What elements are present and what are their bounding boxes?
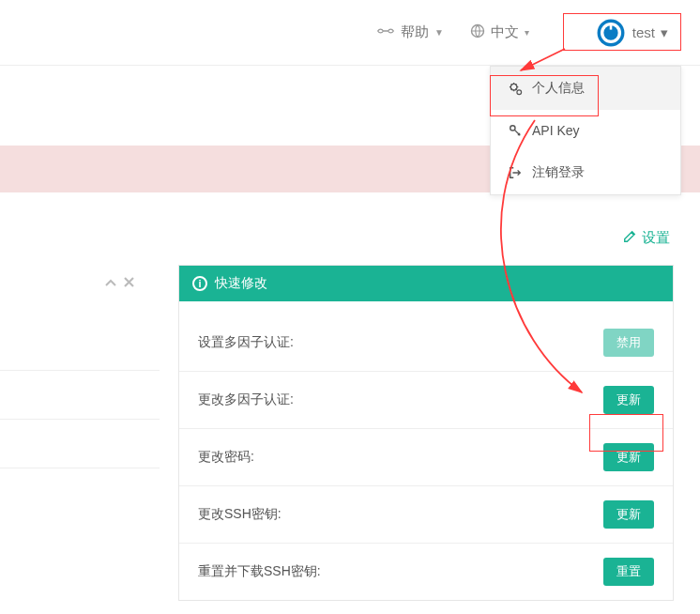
row-label: 更改多因子认证: — [198, 391, 294, 408]
update-password-button[interactable]: 更新 — [603, 443, 654, 471]
settings-link[interactable]: 设置 — [623, 229, 670, 247]
gears-icon — [508, 82, 523, 96]
language-label: 中文 — [491, 23, 519, 41]
row-label: 重置并下载SSH密钥: — [198, 563, 321, 580]
dropdown-item-profile[interactable]: 个人信息 — [491, 67, 680, 110]
panel-title: 快速修改 — [215, 275, 267, 292]
row-mfa-set: 设置多因子认证: 禁用 — [179, 315, 673, 372]
handshake-icon — [376, 24, 395, 40]
settings-label-text: 设置 — [642, 229, 670, 247]
update-button[interactable]: 更新 — [603, 500, 654, 529]
edit-icon — [623, 230, 636, 246]
logout-icon — [508, 166, 523, 179]
info-icon: i — [192, 276, 207, 291]
caret-down-icon: ▾ — [661, 24, 668, 41]
help-label: 帮助 — [401, 23, 429, 41]
svg-rect-4 — [610, 24, 613, 29]
username-label: test — [632, 24, 655, 40]
panel-controls — [105, 274, 134, 290]
avatar — [595, 17, 627, 49]
row-label: 设置多因子认证: — [198, 334, 294, 351]
caret-down-icon: ▾ — [525, 27, 529, 38]
dropdown-api-label: API Key — [532, 123, 580, 138]
row-password: 更改密码: 更新 — [179, 429, 673, 486]
left-list — [0, 322, 160, 468]
caret-down-icon: ▼ — [434, 27, 444, 38]
row-label: 更改密码: — [198, 449, 254, 466]
dropdown-item-apikey[interactable]: API Key — [491, 110, 680, 151]
row-sshkey: 更改SSH密钥: 更新 — [179, 486, 673, 544]
dropdown-logout-label: 注销登录 — [532, 164, 585, 181]
row-label: 更改SSH密钥: — [198, 506, 282, 523]
user-menu[interactable]: test ▾ — [591, 15, 672, 51]
panel-header: i 快速修改 — [179, 266, 673, 301]
help-menu[interactable]: 帮助 ▼ — [376, 23, 444, 41]
globe-icon — [470, 23, 485, 41]
update-button[interactable]: 更新 — [603, 386, 654, 414]
user-dropdown: 个人信息 API Key 注销登录 — [490, 66, 681, 195]
top-navbar: 帮助 ▼ 中文 ▾ test ▾ — [0, 0, 700, 66]
row-mfa-change: 更改多因子认证: 更新 — [179, 372, 673, 429]
close-icon[interactable] — [124, 274, 134, 290]
language-menu[interactable]: 中文 ▾ — [470, 23, 529, 41]
collapse-icon[interactable] — [105, 274, 116, 290]
reset-button[interactable]: 重置 — [603, 558, 654, 586]
dropdown-item-logout[interactable]: 注销登录 — [491, 151, 680, 194]
row-sshkey-reset: 重置并下载SSH密钥: 重置 — [179, 544, 673, 600]
key-icon — [508, 124, 523, 137]
quick-edit-panel: i 快速修改 设置多因子认证: 禁用 更改多因子认证: 更新 更改密码: 更新 … — [178, 265, 674, 601]
dropdown-profile-label: 个人信息 — [532, 80, 585, 97]
svg-point-6 — [516, 89, 521, 94]
disable-button[interactable]: 禁用 — [603, 329, 654, 357]
